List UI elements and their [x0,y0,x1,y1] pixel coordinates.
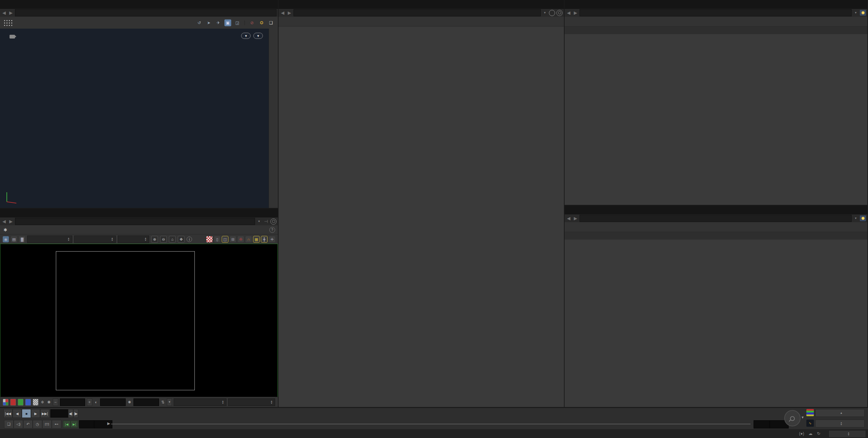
lightbulb-icon[interactable] [860,10,866,16]
split-none-icon[interactable]: ▯ [214,236,220,242]
timeline-ruler[interactable] [79,408,780,419]
playbar-options-icon[interactable]: ❏ [4,420,14,428]
plus-button[interactable]: + [87,398,92,406]
flipbook-icon[interactable]: ✪ [258,19,265,26]
tonemap-dropdown[interactable]: ▲▼ [228,398,275,406]
autokey-dropdown-icon[interactable]: ▼ [801,416,804,419]
split-v-icon[interactable]: ⊟ [230,236,236,242]
tick-settings-icon[interactable]: ǀ'ǀ'ǀ [42,420,52,428]
next-key-button[interactable]: ▶| [70,421,78,428]
back-icon[interactable]: ◀ [1,219,7,224]
histogram-icon[interactable]: ▓ [19,236,25,242]
copnet-breath-canvas[interactable] [565,240,867,407]
toolbox-grid-icon[interactable] [3,19,12,26]
snap-magnet-icon[interactable]: ∩ [246,236,252,242]
viewport-3d[interactable]: ▾ ▾ [0,29,278,208]
range-start-field[interactable] [79,420,96,428]
range-slider[interactable] [111,424,751,424]
grid-b-icon[interactable]: ╋ [261,236,267,242]
step-forward-button[interactable]: |▶ [73,409,78,418]
pixel-grid-dropdown[interactable]: ▲▼ [118,236,149,243]
grid-c-icon[interactable]: ✛ [269,236,275,242]
play-button[interactable]: ▶ [31,409,40,418]
forward-icon[interactable]: ▶ [573,216,578,221]
resolution-dropdown[interactable]: ▲▼ [74,236,116,243]
colorspace-dropdown[interactable]: ▲▼ [174,398,226,406]
play-reverse-button[interactable]: ◀ [13,409,22,418]
copnet-head-canvas[interactable] [565,34,867,205]
path-dropdown-icon[interactable]: ▼ [256,218,262,225]
auto-key-button[interactable] [784,410,801,426]
composite-image-canvas[interactable] [0,244,278,397]
adapt-icon[interactable]: ⇅ [161,399,165,406]
viewer-gear-icon[interactable]: ✱ [3,227,8,232]
stop-button[interactable]: ■ [22,409,31,418]
keys-summary[interactable]: ▲ [815,409,865,417]
pin-icon[interactable]: ⊣ [263,219,269,224]
jump-end-button[interactable]: ▶▶| [40,409,49,418]
channel-dropdown[interactable]: ▲▼ [27,236,72,243]
multi-camera-icon[interactable]: ▣ [224,19,231,26]
realtime-icon[interactable]: ◷ [33,420,42,428]
lightbulb-icon[interactable] [860,215,866,221]
grid-a-icon[interactable]: ▦ [253,236,259,242]
red-channel-button[interactable] [10,399,16,406]
back-icon[interactable]: ◀ [566,216,571,221]
prev-key-button[interactable]: |◀ [63,421,70,428]
link-badge[interactable] [549,10,555,16]
forward-icon[interactable]: ▶ [287,10,292,15]
persp-dropdown[interactable]: ▾ [241,33,251,39]
forward-icon[interactable]: ▶ [8,219,14,224]
key-slider-icon[interactable]: ⊷ [52,420,61,428]
memory-icon[interactable]: ☁ [807,431,814,437]
zoom-region-icon[interactable]: ◲ [234,19,241,26]
forward-icon[interactable]: ▶ [573,10,578,15]
info-icon[interactable]: i [187,237,192,242]
zoom-out-icon[interactable]: ⊖ [160,236,167,243]
gamma-icon[interactable]: ✺ [47,399,51,406]
zoom-in-icon[interactable]: ⊕ [151,236,158,243]
channel-list-icon[interactable] [806,409,814,416]
more-dropdown-icon[interactable]: ▼ [167,398,172,406]
back-icon[interactable]: ◀ [566,10,571,15]
follow-icon[interactable] [556,10,563,16]
hide-objects-icon[interactable]: ⊘ [249,19,255,26]
orbit-view-icon[interactable]: ↺ [196,19,203,26]
gamma-field[interactable] [60,398,85,406]
green-channel-button[interactable] [18,399,23,406]
forward-icon[interactable]: ▶ [8,10,14,15]
auto-update-dropdown[interactable]: ▲▼ [828,430,866,438]
blue-channel-button[interactable] [25,399,31,406]
back-icon[interactable]: ◀ [280,10,285,15]
jump-start-button[interactable]: |◀◀ [3,409,13,418]
camera-dropdown[interactable]: ▾ [253,33,263,39]
select-arrow-icon[interactable]: ➤ [205,19,212,26]
checker-bg-icon[interactable] [206,236,212,242]
brightness-field[interactable] [133,398,159,406]
snapshot-icon[interactable]: ❑ [268,19,274,26]
minus-button[interactable]: − [53,398,58,406]
camera-dolly-icon[interactable]: ✈ [215,19,222,26]
contrast-field[interactable] [100,398,126,406]
message-log-icon[interactable]: (●) [799,431,805,437]
step-back-button[interactable]: ◀| [68,409,73,418]
sine-channel-icon[interactable]: ∿ [806,420,814,427]
undo-icon[interactable]: ↶ [23,420,33,428]
cook-refresh-icon[interactable]: ↻ [816,431,822,437]
link-icon[interactable] [270,218,277,225]
audio-icon[interactable]: ◁) [14,420,23,428]
split-h-icon[interactable]: ◫ [222,236,228,242]
key-all-channels-dropdown[interactable]: ▲▼ [815,420,865,427]
path-dropdown-icon[interactable]: ▼ [853,10,858,16]
path-dropdown-icon[interactable]: ▼ [853,215,858,222]
flipbook-cam-icon[interactable]: ✇ [238,236,244,242]
pixel-view-icon[interactable]: ▤ [11,236,17,242]
rgba-channel-button[interactable] [3,399,9,406]
back-icon[interactable]: ◀ [1,10,7,15]
home-view-icon[interactable]: ⌂ [169,236,176,243]
help-icon[interactable]: ? [269,227,275,233]
geometry-network-canvas[interactable] [279,27,564,407]
path-dropdown-icon[interactable]: ▼ [542,10,548,16]
frame-view-icon[interactable]: ✥ [178,236,185,243]
range-slider-handle[interactable]: ▶ [107,421,110,426]
